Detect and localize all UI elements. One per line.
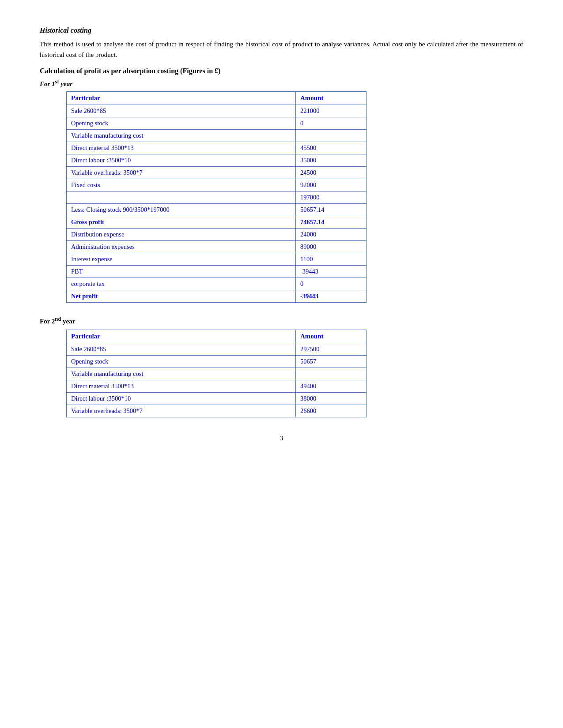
table-row: 297500	[296, 343, 367, 356]
table-row: Interest expense	[67, 253, 296, 266]
col-amount-header: Amount	[296, 92, 367, 105]
page-number: 3	[40, 435, 523, 442]
table-row: corporate tax	[67, 278, 296, 290]
table-row: Net profit	[67, 290, 296, 303]
table-row: 35000	[296, 154, 367, 167]
table-row: Variable overheads: 3500*7	[67, 405, 296, 417]
table-row: Direct labour :3500*10	[67, 393, 296, 405]
table-row: 0	[296, 117, 367, 130]
table-row: Direct material 3500*13	[67, 142, 296, 154]
table-row: 89000	[296, 241, 367, 253]
table-row: Direct labour :3500*10	[67, 154, 296, 167]
table-row: Variable manufacturing cost	[67, 130, 296, 142]
table-row: Less: Closing stock 900/3500*197000	[67, 204, 296, 216]
col-particular-header: Particular	[67, 92, 296, 105]
table-row: Distribution expense	[67, 229, 296, 241]
table-row: Opening stock	[67, 356, 296, 368]
table-year2: Particular Amount Sale 2600*85297500Open…	[66, 330, 367, 417]
col2-particular-header: Particular	[67, 330, 296, 343]
table-row: 38000	[296, 393, 367, 405]
table-row: 24000	[296, 229, 367, 241]
table-row: 1100	[296, 253, 367, 266]
table-row: 92000	[296, 179, 367, 191]
col2-amount-header: Amount	[296, 330, 367, 343]
table-row: -39443	[296, 290, 367, 303]
table-row: -39443	[296, 266, 367, 278]
year2-heading: For 2nd year	[40, 316, 523, 325]
table-row: 197000	[296, 191, 367, 204]
table-row: Direct material 3500*13	[67, 380, 296, 393]
table-row: 49400	[296, 380, 367, 393]
table-year1: Particular Amount Sale 2600*85221000Open…	[66, 91, 367, 303]
table-row	[296, 368, 367, 380]
table-row: Variable manufacturing cost	[67, 368, 296, 380]
table-row	[67, 191, 296, 204]
table-row: 50657	[296, 356, 367, 368]
table-row: Fixed costs	[67, 179, 296, 191]
section-title: Historical costing	[40, 26, 523, 34]
table-row: 26600	[296, 405, 367, 417]
year1-heading: For 1st year	[40, 79, 523, 88]
table-row: Variable overheads: 3500*7	[67, 167, 296, 179]
table-row: Gross profit	[67, 216, 296, 229]
table-row: 74657.14	[296, 216, 367, 229]
table-row: Opening stock	[67, 117, 296, 130]
table-row: PBT	[67, 266, 296, 278]
table-row: 221000	[296, 105, 367, 117]
table-row: 0	[296, 278, 367, 290]
table-row: 50657.14	[296, 204, 367, 216]
table-row: Administration expenses	[67, 241, 296, 253]
table-row: Sale 2600*85	[67, 105, 296, 117]
table-row: Sale 2600*85	[67, 343, 296, 356]
body-text: This method is used to analyse the cost …	[40, 39, 523, 60]
calc-heading: Calculation of profit as per absorption …	[40, 67, 523, 75]
table-row: 24500	[296, 167, 367, 179]
table-row	[296, 130, 367, 142]
table-row: 45500	[296, 142, 367, 154]
